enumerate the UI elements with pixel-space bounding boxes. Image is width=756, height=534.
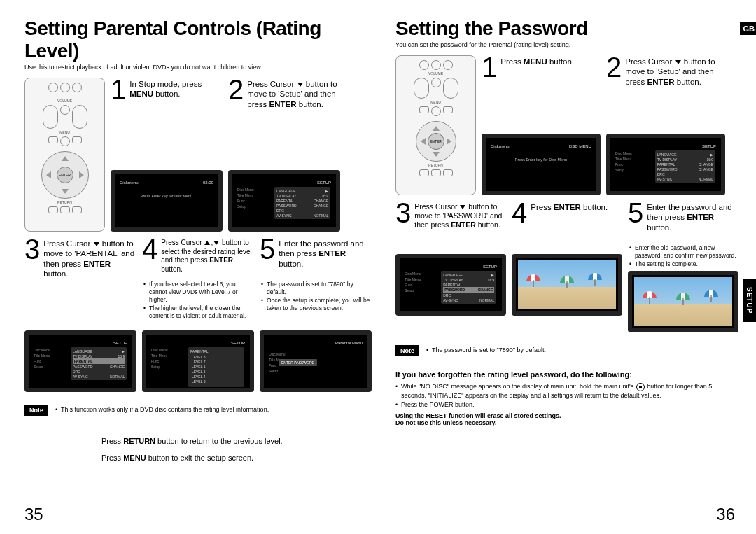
left-row2: 3 Press Cursor button to move to 'PARENT… bbox=[24, 237, 364, 321]
remote-btn bbox=[60, 136, 70, 146]
step-num: 4 bbox=[142, 237, 158, 261]
remote-btn bbox=[431, 60, 441, 70]
screen-3: SETUP Disc MenuTitle MenuFuncSetup LANGU… bbox=[24, 326, 136, 392]
remote-btn bbox=[419, 169, 429, 176]
remote-channel-rocker bbox=[72, 105, 88, 129]
step-text: Press ENTER button. bbox=[531, 201, 608, 212]
page-right: GB SETUP Setting the Password You can se… bbox=[378, 0, 756, 534]
right-row1: VOLUME MENU ENTER RETURN bbox=[396, 55, 735, 195]
remote-volume-rocker bbox=[43, 105, 58, 129]
left-title: Setting Parental Controls (Rating Level) bbox=[24, 17, 364, 62]
left-note: Note This function works only if a DVD d… bbox=[24, 405, 269, 416]
cursor-down-icon bbox=[676, 60, 681, 64]
remote-return-label: RETURN bbox=[428, 164, 443, 167]
dpad-right-icon bbox=[447, 138, 451, 145]
step-text: In Stop mode, press MENU button. bbox=[130, 78, 223, 99]
dpad-down-icon bbox=[433, 152, 440, 157]
left-row3: SETUP Disc MenuTitle MenuFuncSetup LANGU… bbox=[24, 326, 364, 392]
note-text: The password is set to "7890" by default… bbox=[426, 346, 546, 355]
remote-btn bbox=[431, 78, 441, 87]
remote-btn bbox=[443, 106, 453, 113]
beach-screen-1 bbox=[512, 254, 622, 316]
screen-4: SETUP Disc MenuTitle MenuFuncSetup PAREN… bbox=[142, 326, 254, 392]
step-text: Press MENU button. bbox=[500, 55, 574, 66]
step-text: Press Cursor button to move to 'PARENTAL… bbox=[43, 237, 136, 279]
cursor-down-icon bbox=[94, 242, 99, 246]
remote-col-left: VOLUME MENU ENTER RETURN bbox=[24, 78, 105, 232]
step-num: 2 bbox=[606, 55, 622, 79]
osd-screen-discmenu: DiskmenuDSD MENU Press Enter key for Dis… bbox=[482, 134, 601, 195]
step-3-left: 3 Press Cursor button to move to 'PARENT… bbox=[24, 237, 136, 321]
remote-btn bbox=[72, 206, 82, 213]
remote-btn bbox=[60, 105, 70, 115]
bullet-item: Once the setup is complete, you will be … bbox=[261, 297, 372, 312]
manual-spread: Setting Parental Controls (Rating Level)… bbox=[0, 0, 756, 534]
cursor-down-icon bbox=[298, 83, 303, 87]
cursor-down-icon bbox=[460, 205, 465, 209]
remote-enter-button: ENTER bbox=[428, 133, 444, 150]
step4-bullets: If you have selected Level 6, you cannot… bbox=[142, 281, 254, 320]
step5-right-bullets: Enter the old password, a new password, … bbox=[628, 244, 738, 268]
step-num: 1 bbox=[482, 55, 497, 79]
step-num: 5 bbox=[260, 237, 275, 261]
cursor-up-icon bbox=[204, 241, 210, 245]
step-4-left: 4 Press Cursor , button to select the de… bbox=[142, 237, 254, 321]
remote-btn bbox=[48, 136, 58, 143]
step-text: Press Cursor , button to select the desi… bbox=[161, 237, 254, 274]
forgot-item: While "NO DISC" message appears on the d… bbox=[396, 382, 735, 400]
remote-btn bbox=[48, 206, 58, 213]
remote-channel-rocker bbox=[443, 78, 458, 99]
step-num: 5 bbox=[628, 201, 643, 225]
step-num: 2 bbox=[228, 78, 244, 101]
dpad-up-icon bbox=[62, 156, 69, 161]
step-2-left: 2 Press Cursor button to move to 'Setup'… bbox=[228, 78, 340, 232]
step-text: Enter the password and then press ENTER … bbox=[647, 201, 738, 232]
dpad-down-icon bbox=[62, 189, 69, 194]
remote-control: VOLUME MENU ENTER RETURN bbox=[396, 55, 476, 195]
note-text: This function works only if a DVD disc c… bbox=[55, 406, 269, 414]
step-num: 4 bbox=[512, 201, 527, 225]
remote-btn bbox=[431, 106, 441, 116]
step-num: 3 bbox=[24, 237, 40, 261]
right-note: Note The password is set to "7890" by de… bbox=[396, 345, 546, 356]
footer-return: Press RETURN button to return to the pre… bbox=[102, 437, 364, 445]
step-num: 1 bbox=[111, 78, 126, 101]
page-number-right: 36 bbox=[716, 505, 735, 524]
right-title: Setting the Password bbox=[396, 17, 735, 40]
remote-volume-rocker bbox=[414, 78, 429, 99]
remote-btn bbox=[443, 60, 453, 70]
note-badge: Note bbox=[396, 345, 419, 356]
remote-enter-button: ENTER bbox=[57, 167, 74, 183]
osd-screen-setup: SETUP Disc MenuTitle MenuFuncSetup LANGU… bbox=[228, 170, 340, 232]
left-row1: VOLUME MENU ENTER RETURN bbox=[24, 78, 364, 232]
remote-return-label: RETURN bbox=[57, 201, 72, 204]
gb-badge: GB bbox=[740, 22, 757, 35]
osd-screen-password: SETUP Disc MenuTitle MenuFuncSetup LANGU… bbox=[396, 254, 506, 316]
remote-col-right: VOLUME MENU ENTER RETURN bbox=[396, 55, 476, 195]
dpad-up-icon bbox=[433, 126, 440, 131]
right-subtitle: You can set the password for the Parenta… bbox=[396, 41, 735, 48]
dpad-left-icon bbox=[421, 138, 426, 145]
remote-btn bbox=[419, 106, 429, 113]
page-left: Setting Parental Controls (Rating Level)… bbox=[0, 0, 378, 534]
step-4-right: 4 Press ENTER button. bbox=[512, 201, 622, 332]
right-row2: 3 Press Cursor button to move to 'PASSWO… bbox=[396, 201, 735, 332]
remote-btn bbox=[72, 136, 82, 143]
step-text: Enter the password and then press ENTER … bbox=[279, 237, 372, 269]
remote-btn bbox=[72, 83, 82, 92]
step-text: Press Cursor button to move to 'Setup' a… bbox=[625, 55, 725, 87]
left-subtitle: Use this to restrict playback of adult o… bbox=[24, 64, 364, 71]
forgot-title: If you have forgotten the rating level p… bbox=[396, 370, 735, 379]
bullet-item: The password is set to "7890" by default… bbox=[261, 281, 372, 296]
bullet-item: Enter the old password, a new password, … bbox=[629, 244, 738, 260]
forgot-list: While "NO DISC" message appears on the d… bbox=[396, 382, 735, 409]
step-5-right: 5 Enter the password and then press ENTE… bbox=[628, 201, 738, 332]
setup-side-tab: SETUP bbox=[743, 279, 756, 322]
remote-btn bbox=[431, 169, 441, 176]
reset-warning-2: Do not use this unless necessary. bbox=[396, 419, 735, 426]
step-3-right: 3 Press Cursor button to move to 'PASSWO… bbox=[396, 201, 506, 332]
bullet-item: The setting is complete. bbox=[629, 260, 738, 268]
forgot-item: Press the POWER button. bbox=[396, 400, 735, 409]
remote-menu-label: MENU bbox=[430, 101, 441, 104]
reset-warning-1: Using the RESET function will erase all … bbox=[396, 412, 735, 419]
